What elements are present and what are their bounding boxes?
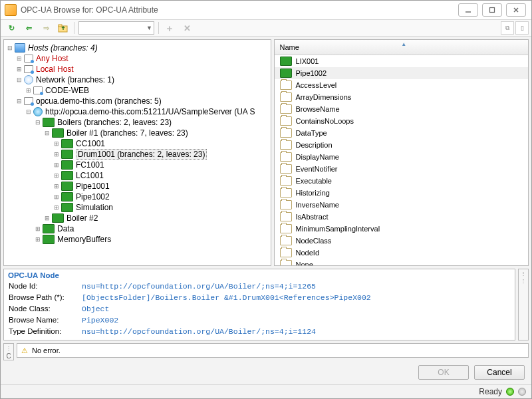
expander-icon[interactable]: [43, 215, 52, 221]
error-bar: ⚠ No error.: [17, 343, 529, 358]
refresh-button[interactable]: ↻: [5, 21, 18, 35]
attribute-folder-icon: [280, 236, 292, 245]
list-item-label: Pipe1002: [296, 69, 327, 77]
tree-opcua-host[interactable]: opcua.demo-this.com (branches: 5): [36, 96, 162, 106]
expander-icon[interactable]: [33, 225, 43, 232]
button-bar: OK Cancel: [3, 363, 529, 382]
list-body[interactable]: LIX001Pipe1002AccessLevelArrayDimensions…: [275, 55, 528, 265]
expander-icon[interactable]: [52, 151, 61, 158]
tree-cc1001[interactable]: CC1001: [76, 139, 105, 148]
list-item-label: NodeId: [296, 249, 319, 257]
list-item[interactable]: Historizing: [275, 187, 528, 199]
attribute-folder-icon: [280, 260, 292, 265]
up-button[interactable]: [57, 21, 70, 35]
list-item[interactable]: LIX001: [275, 55, 528, 67]
window-title: OPC-UA Browse for: OPC-UA Attribute: [21, 5, 458, 15]
tree-codeweb[interactable]: CODE-WEB: [45, 86, 89, 95]
maximize-button[interactable]: [482, 3, 502, 17]
tree-memory[interactable]: MemoryBuffers: [57, 235, 111, 244]
expander-icon[interactable]: [15, 55, 24, 62]
list-item[interactable]: DataType: [275, 127, 528, 139]
tree-endpoint[interactable]: http://opcua.demo-this.com:51211/UA/Samp…: [45, 107, 255, 116]
tree-boiler1[interactable]: Boiler #1 (branches: 7, leaves: 23): [66, 128, 188, 138]
tree-drum1001[interactable]: Drum1001 (branches: 2, leaves: 23): [76, 149, 207, 160]
list-item[interactable]: MinimumSamplingInterval: [275, 223, 528, 235]
status-led-green-icon: [506, 388, 514, 396]
expander-icon[interactable]: [24, 87, 33, 94]
expander-icon[interactable]: [52, 204, 61, 211]
tree-collapse-icon[interactable]: ⧉: [501, 21, 514, 35]
tree-root[interactable]: Hosts (branches: 4): [28, 43, 98, 53]
list-item-label: InverseName: [296, 201, 339, 209]
list-item[interactable]: Pipe1002: [275, 67, 528, 79]
svg-rect-5: [59, 25, 62, 27]
list-item-label: Description: [296, 141, 332, 149]
expander-icon[interactable]: [15, 66, 24, 72]
object-folder-icon: [280, 68, 292, 78]
detail-key: Reference Type Id:: [8, 337, 81, 340]
list-item-label: LIX001: [296, 57, 319, 65]
tree-lc1001[interactable]: LC1001: [76, 171, 104, 180]
list-pane: Name ▲ LIX001Pipe1002AccessLevelArrayDim…: [274, 39, 529, 266]
list-item[interactable]: Executable: [275, 175, 528, 187]
tree-simulation[interactable]: Simulation: [76, 203, 113, 212]
expander-icon[interactable]: [5, 45, 15, 51]
expander-icon[interactable]: [52, 140, 61, 147]
attribute-folder-icon: [280, 128, 292, 138]
expander-icon[interactable]: [52, 183, 61, 190]
tree-data[interactable]: Data: [57, 224, 74, 233]
tree-pin-icon[interactable]: ▯: [515, 21, 529, 35]
list-item[interactable]: Description: [275, 139, 528, 151]
delete-button[interactable]: ✕: [180, 21, 194, 35]
tree-pane[interactable]: Hosts (branches: 4) Any Host Local Host …: [3, 39, 271, 266]
forward-button[interactable]: ⇒: [39, 21, 53, 35]
list-item[interactable]: BrowseName: [275, 103, 528, 115]
list-item[interactable]: EventNotifier: [275, 163, 528, 175]
list-item-label: ContainsNoLoops: [296, 117, 354, 125]
app-window: OPC-UA Browse for: OPC-UA Attribute ↻ ⇐ …: [0, 0, 532, 399]
detail-gutter[interactable]: ⋮ ⋮: [518, 269, 529, 340]
tree-network[interactable]: Network (branches: 1): [36, 75, 114, 84]
list-item[interactable]: NodeClass: [275, 235, 528, 247]
list-item[interactable]: None: [275, 259, 528, 265]
back-button[interactable]: ⇐: [22, 21, 35, 35]
expander-icon[interactable]: [33, 119, 43, 126]
list-item[interactable]: DisplayName: [275, 151, 528, 163]
expander-icon[interactable]: [33, 236, 43, 243]
expander-icon[interactable]: [52, 162, 61, 168]
list-item[interactable]: ArrayDimensions: [275, 91, 528, 103]
list-header-name[interactable]: Name ▲: [275, 40, 528, 55]
ok-button[interactable]: OK: [418, 365, 469, 380]
tree-pipe1002[interactable]: Pipe1002: [76, 192, 110, 201]
add-button[interactable]: +: [163, 21, 176, 35]
tree-boilers[interactable]: Boilers (branches: 2, leaves: 23): [57, 118, 172, 127]
address-combo[interactable]: ▼: [78, 21, 154, 35]
expander-icon[interactable]: [24, 108, 33, 115]
error-gutter[interactable]: ⋮ C: [3, 343, 14, 360]
close-button[interactable]: [506, 3, 526, 17]
list-item[interactable]: InverseName: [275, 199, 528, 211]
tree-local-host[interactable]: Local Host: [36, 65, 74, 74]
detail-key: Node Class:: [8, 303, 81, 315]
list-item[interactable]: ContainsNoLoops: [275, 115, 528, 127]
tree-boiler2[interactable]: Boiler #2: [66, 213, 98, 223]
expander-icon[interactable]: [43, 130, 52, 136]
minimize-button[interactable]: [458, 3, 478, 17]
detail-value: PipeX002: [81, 315, 372, 326]
list-item[interactable]: IsAbstract: [275, 211, 528, 223]
tree-pipe1001[interactable]: Pipe1001: [76, 182, 110, 191]
expander-icon[interactable]: [52, 194, 61, 200]
expander-icon[interactable]: [52, 172, 61, 179]
list-item[interactable]: AccessLevel: [275, 79, 528, 91]
tree-any-host[interactable]: Any Host: [36, 54, 68, 63]
object-folder-icon: [280, 57, 292, 66]
attribute-folder-icon: [280, 92, 292, 102]
expander-icon[interactable]: [15, 98, 24, 104]
cancel-button[interactable]: Cancel: [474, 365, 525, 380]
tree-fc1001[interactable]: FC1001: [76, 160, 104, 170]
detail-value: nsu=http://opcfoundation.org/UA/Boiler/;…: [81, 326, 372, 337]
detail-value: Object: [81, 303, 372, 315]
list-item-label: BrowseName: [296, 105, 340, 113]
list-item[interactable]: NodeId: [275, 247, 528, 259]
expander-icon[interactable]: [15, 76, 24, 83]
